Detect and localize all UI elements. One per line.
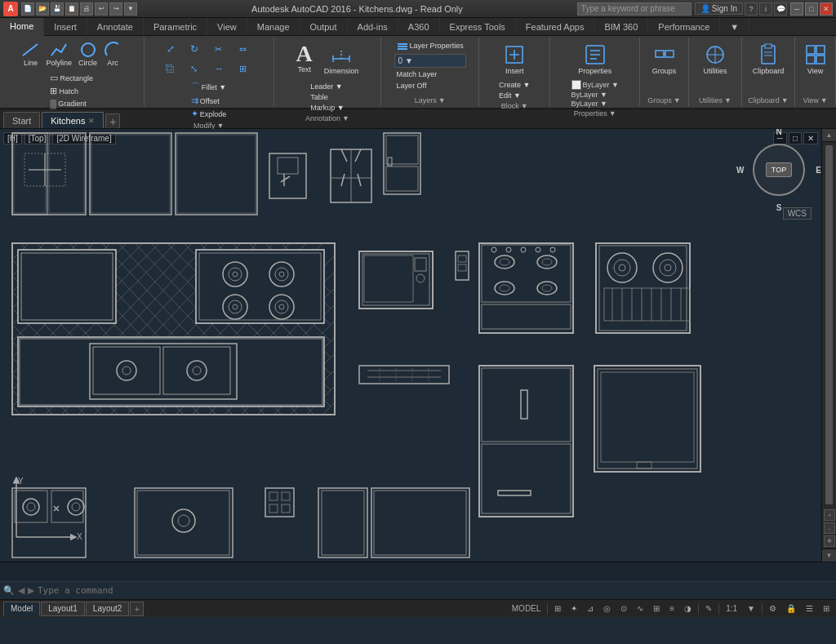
layer-off-button[interactable]: Layer Off bbox=[394, 81, 466, 91]
insert-button[interactable]: Insert bbox=[497, 39, 531, 78]
command-input[interactable] bbox=[38, 585, 833, 596]
layers-expand-icon[interactable]: ▼ bbox=[438, 96, 446, 104]
clipboard-expand-icon[interactable]: ▼ bbox=[781, 96, 789, 104]
cmd-nav-right-icon[interactable]: ▶ bbox=[28, 585, 34, 596]
fullscreen-button[interactable]: ⊞ bbox=[820, 602, 833, 615]
maximize-button[interactable]: □ bbox=[805, 2, 818, 16]
cmd-nav-left-icon[interactable]: ◀ bbox=[18, 585, 24, 596]
cmd-search-icon[interactable]: 🔍 bbox=[3, 585, 15, 596]
compass-circle[interactable]: TOP bbox=[753, 144, 805, 196]
tab-kitchens[interactable]: Kitchens ✕ bbox=[42, 112, 104, 128]
tab-performance[interactable]: Performance bbox=[648, 18, 720, 35]
rectangle-button[interactable]: ▭ Rectangle bbox=[47, 72, 96, 84]
tab-start[interactable]: Start bbox=[3, 112, 40, 128]
layout1-tab[interactable]: Layout1 bbox=[41, 602, 85, 616]
workspace-button[interactable]: ⚙ bbox=[766, 602, 780, 615]
transparency-button[interactable]: ◑ bbox=[681, 602, 695, 615]
polyline-button[interactable]: Polyline bbox=[43, 39, 74, 69]
text-button[interactable]: A Text bbox=[291, 39, 318, 77]
tab-home[interactable]: Home bbox=[0, 18, 44, 36]
scroll-up-button[interactable]: ▲ bbox=[822, 129, 836, 142]
properties-expand-icon[interactable]: ▼ bbox=[609, 109, 616, 118]
view-expand-icon[interactable]: ▼ bbox=[820, 96, 828, 104]
layout2-tab[interactable]: Layout2 bbox=[86, 602, 130, 616]
hatch-button[interactable]: ⊞ Hatch bbox=[47, 85, 96, 97]
tab-a360[interactable]: A360 bbox=[398, 18, 440, 35]
stretch-button[interactable]: ↔ bbox=[210, 59, 233, 77]
qp-button[interactable]: ✎ bbox=[702, 602, 715, 615]
view-button[interactable]: View bbox=[798, 39, 833, 78]
compass-top-button[interactable]: TOP bbox=[766, 162, 792, 177]
table-button[interactable]: Table bbox=[308, 92, 346, 102]
model-tab[interactable]: Model bbox=[3, 602, 40, 616]
scale-button[interactable]: ⤡ bbox=[185, 59, 208, 77]
tab-manage[interactable]: Manage bbox=[247, 18, 300, 35]
search-box[interactable]: Type a keyword or phrase bbox=[577, 2, 691, 16]
match-layer-button[interactable]: Match Layer bbox=[394, 69, 466, 79]
dynamic-button[interactable]: ⊞ bbox=[650, 602, 663, 615]
offset-button[interactable]: ⇉ Offset bbox=[189, 95, 229, 107]
zoom-in-icon[interactable]: + bbox=[824, 509, 835, 521]
close-button[interactable]: ✕ bbox=[820, 2, 833, 16]
leader-button[interactable]: Leader ▼ bbox=[308, 82, 346, 91]
tab-output[interactable]: Output bbox=[300, 18, 348, 35]
comm-icon[interactable]: 💬 bbox=[774, 2, 787, 16]
clipboard-button[interactable]: Clipboard bbox=[748, 39, 789, 78]
properties-button[interactable]: Properties bbox=[573, 39, 616, 78]
undo-icon[interactable]: ↩ bbox=[95, 2, 108, 16]
settings-button[interactable]: ☰ bbox=[803, 602, 816, 615]
groups-expand-icon[interactable]: ▼ bbox=[674, 96, 681, 104]
groups-button[interactable]: Groups bbox=[647, 39, 682, 78]
workspace-icon[interactable]: ▼ bbox=[124, 2, 137, 16]
tab-addins[interactable]: Add-ins bbox=[348, 18, 398, 35]
zoom-out-icon[interactable]: - bbox=[824, 522, 835, 534]
scroll-thumb[interactable] bbox=[825, 145, 833, 504]
markup-button[interactable]: Markup ▼ bbox=[308, 103, 346, 113]
annotation-scale-button[interactable]: ▼ bbox=[744, 602, 758, 615]
copy-button[interactable]: ⿻ bbox=[161, 59, 184, 77]
polar-button[interactable]: ◎ bbox=[600, 602, 614, 615]
edit-button[interactable]: Edit ▼ bbox=[496, 91, 532, 100]
fillet-button[interactable]: ⌒ Fillet ▼ bbox=[189, 80, 229, 94]
minimize-button[interactable]: ─ bbox=[790, 2, 803, 16]
pan-icon[interactable]: ✥ bbox=[824, 535, 835, 547]
otrack-button[interactable]: ∿ bbox=[634, 602, 647, 615]
line-button[interactable]: Line bbox=[19, 39, 42, 69]
create-block-button[interactable]: Create ▼ bbox=[496, 80, 532, 90]
save-icon[interactable]: 💾 bbox=[51, 2, 64, 16]
snap-button[interactable]: ✦ bbox=[567, 602, 580, 615]
tab-annotate[interactable]: Annotate bbox=[87, 18, 144, 35]
tab-expresstools[interactable]: Express Tools bbox=[440, 18, 516, 35]
scale-status[interactable]: 1:1 bbox=[723, 602, 740, 615]
layer-dropdown[interactable]: 0 ▼ bbox=[394, 54, 466, 68]
tab-insert[interactable]: Insert bbox=[44, 18, 87, 35]
model-status[interactable]: MODEL bbox=[509, 602, 545, 615]
redo-icon[interactable]: ↪ bbox=[109, 2, 122, 16]
linetype-dropdown[interactable]: ByLayer ▼ bbox=[571, 91, 619, 99]
tab-close-icon[interactable]: ✕ bbox=[88, 117, 95, 125]
print-icon[interactable]: 🖨 bbox=[80, 2, 93, 16]
wcs-label[interactable]: WCS bbox=[783, 207, 812, 220]
mirror-button[interactable]: ⇔ bbox=[234, 39, 257, 57]
explode-button[interactable]: ✦ Explode bbox=[189, 108, 229, 120]
tab-parametric[interactable]: Parametric bbox=[144, 18, 207, 35]
lock-button[interactable]: 🔒 bbox=[783, 602, 799, 615]
new-icon[interactable]: 📄 bbox=[21, 2, 34, 16]
block-expand-icon[interactable]: ▼ bbox=[521, 102, 528, 110]
info-icon[interactable]: i bbox=[759, 2, 772, 16]
lineweight-dropdown[interactable]: ByLayer ▼ bbox=[571, 100, 619, 108]
new-tab-button[interactable]: + bbox=[105, 113, 120, 128]
lineweight-button[interactable]: ≡ bbox=[666, 602, 678, 615]
trim-button[interactable]: ✂ bbox=[210, 39, 233, 57]
layer-properties-button[interactable]: Layer Properties bbox=[394, 39, 466, 52]
ortho-button[interactable]: ⊿ bbox=[584, 602, 597, 615]
tab-featuredapps[interactable]: Featured Apps bbox=[516, 18, 595, 35]
utilities-expand-icon[interactable]: ▼ bbox=[724, 96, 732, 104]
tab-view[interactable]: View bbox=[207, 18, 247, 35]
arc-button[interactable]: Arc bbox=[101, 39, 124, 69]
rotate-button[interactable]: ↻ bbox=[185, 39, 208, 57]
utilities-button[interactable]: Utilities bbox=[698, 39, 732, 78]
tab-expand[interactable]: ▼ bbox=[720, 18, 749, 35]
move-button[interactable]: ⤢ bbox=[161, 39, 184, 57]
annotation-expand-icon[interactable]: ▼ bbox=[342, 114, 349, 122]
